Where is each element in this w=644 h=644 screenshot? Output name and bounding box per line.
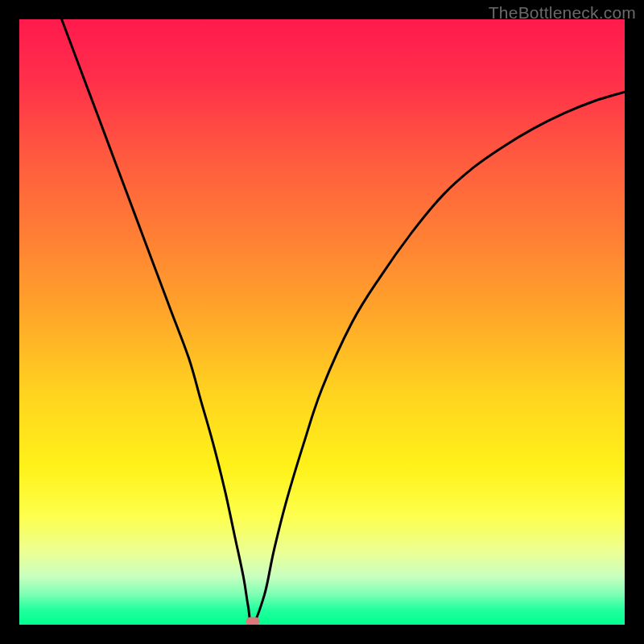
bottleneck-curve <box>19 19 625 625</box>
minimum-marker <box>246 617 259 626</box>
chart-container: TheBottleneck.com <box>0 0 644 644</box>
watermark-text: TheBottleneck.com <box>489 3 636 23</box>
